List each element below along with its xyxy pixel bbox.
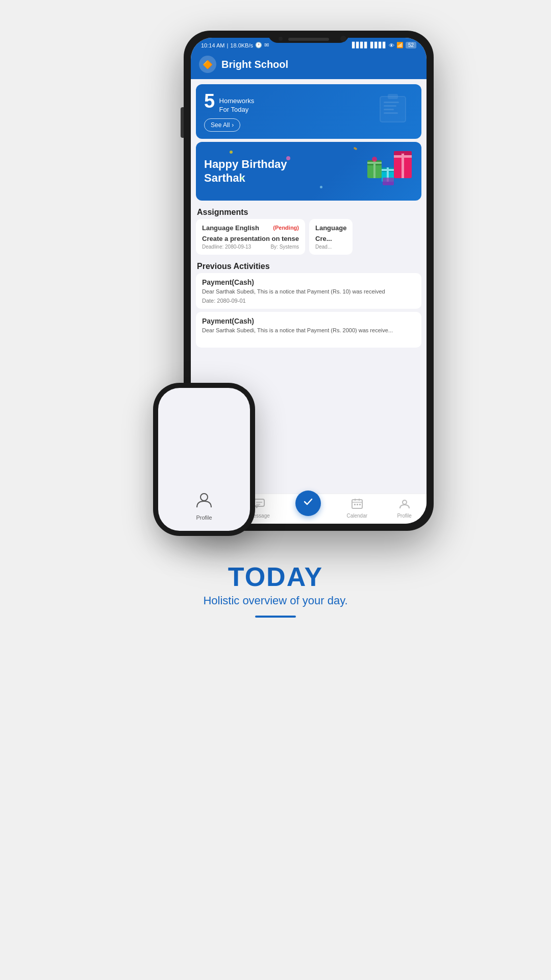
- activity-card-2[interactable]: Payment(Cash) Dear Sarthak Subedi, This …: [196, 312, 421, 348]
- homework-info: 5 Homeworks For Today See All ›: [204, 91, 254, 132]
- see-all-button[interactable]: See All ›: [204, 118, 240, 132]
- assignments-header: Assignments: [191, 204, 427, 219]
- activity-desc-2: Dear Sarthak Subedi, This is a notice th…: [202, 327, 415, 334]
- app-logo: 🔶: [199, 56, 216, 73]
- homework-count-row: 5 Homeworks For Today: [204, 91, 254, 114]
- birthday-text: Happy Birthday Sarthak: [204, 157, 287, 185]
- svg-rect-5: [388, 94, 398, 99]
- birthday-gifts-icon: [367, 151, 413, 191]
- svg-rect-14: [394, 155, 412, 158]
- clock-icon: 🕐: [255, 42, 262, 48]
- svg-rect-2: [384, 105, 396, 107]
- separator: |: [227, 42, 228, 48]
- see-all-label: See All: [211, 121, 230, 129]
- svg-rect-4: [384, 112, 398, 114]
- assignment-meta-2: Dead...: [315, 244, 346, 250]
- svg-rect-25: [254, 499, 264, 506]
- assignment-card-2[interactable]: Language Cre... Dead...: [309, 219, 353, 255]
- app-header: 🔶 Bright School: [191, 51, 427, 79]
- signal-icon: ▋▋▋▋: [352, 42, 368, 48]
- svg-point-35: [403, 500, 407, 504]
- activity-date-1: Date: 2080-09-01: [202, 298, 415, 304]
- svg-point-36: [201, 494, 208, 501]
- status-right: ▋▋▋▋ ▋▋▋▋ 👁 📶 52: [352, 42, 416, 48]
- eye-icon: 👁: [389, 42, 394, 48]
- svg-rect-34: [359, 504, 361, 505]
- activity-desc-1: Dear Sarthak Subedi, This is a notice th…: [202, 288, 415, 296]
- assignment-meta-1: Deadline: 2080-09-13 By: Systems: [202, 244, 299, 250]
- assignment-title-1: Create a presentation on tense: [202, 235, 299, 242]
- assignment-card-1[interactable]: Language English (Pending) Create a pres…: [196, 219, 305, 255]
- deadline-2: Dead...: [315, 244, 332, 250]
- activity-title-1: Payment(Cash): [202, 278, 415, 286]
- activities-header: Previous Activities: [191, 258, 427, 273]
- partial-profile-icon: [195, 490, 213, 512]
- logo-icon: 🔶: [203, 60, 213, 69]
- pending-badge-1: (Pending): [273, 225, 299, 231]
- svg-rect-33: [357, 504, 358, 505]
- chevron-right-icon: ›: [232, 121, 234, 129]
- signal-icon-2: ▋▋▋▋: [370, 42, 387, 48]
- svg-rect-19: [382, 169, 394, 171]
- deadline-1: Deadline: 2080-09-13: [202, 244, 251, 250]
- messenger-icon: ✉: [264, 42, 269, 48]
- tagline-heading: TODAY: [203, 561, 347, 592]
- activity-card-1[interactable]: Payment(Cash) Dear Sarthak Subedi, This …: [196, 273, 421, 309]
- svg-rect-9: [367, 162, 382, 164]
- checkmark-icon: [302, 496, 314, 511]
- battery-level: 52: [406, 42, 416, 48]
- birthday-banner: Happy Birthday Sarthak: [196, 142, 421, 201]
- wifi-icon: 📶: [396, 42, 404, 48]
- nav-fab-active[interactable]: [295, 491, 321, 516]
- homework-count: 5: [204, 91, 215, 111]
- assignment-title-2: Cre...: [315, 235, 346, 242]
- assignments-list: Language English (Pending) Create a pres…: [191, 219, 427, 258]
- svg-rect-32: [354, 504, 356, 505]
- secondary-phone-screen: Profile: [158, 388, 250, 531]
- network-speed: 18.0KB/s: [230, 42, 253, 48]
- assignment-subject-2: Language: [315, 224, 346, 232]
- svg-rect-13: [402, 151, 404, 178]
- homework-clipboard-icon: [378, 94, 413, 129]
- tagline-underline: [255, 616, 296, 618]
- profile-nav-icon: [399, 498, 410, 512]
- homework-card: 5 Homeworks For Today See All ›: [196, 84, 421, 139]
- birthday-line2: Sarthak: [204, 171, 287, 185]
- app-title: Bright School: [221, 59, 288, 70]
- svg-rect-20: [383, 178, 394, 185]
- by-1: By: Systems: [270, 244, 299, 250]
- partial-profile-label: Profile: [196, 514, 212, 521]
- tagline-section: TODAY Holistic overview of your day.: [193, 551, 358, 628]
- nav-calendar[interactable]: Calendar: [342, 498, 371, 519]
- svg-rect-3: [384, 109, 394, 110]
- svg-rect-1: [384, 102, 399, 103]
- time-display: 10:14 AM: [201, 42, 224, 48]
- calendar-icon: [352, 498, 363, 512]
- homework-label: Homeworks For Today: [219, 97, 255, 114]
- svg-point-10: [372, 157, 377, 162]
- message-icon: [254, 498, 265, 512]
- activity-title-2: Payment(Cash): [202, 317, 415, 325]
- profile-nav-label: Profile: [397, 513, 411, 519]
- tagline-subtext: Holistic overview of your day.: [203, 594, 347, 607]
- nav-profile[interactable]: Profile: [393, 498, 415, 519]
- status-left: 10:14 AM | 18.0KB/s 🕐 ✉: [201, 42, 269, 48]
- assignment-subject-1: Language English (Pending): [202, 224, 299, 232]
- calendar-label: Calendar: [346, 513, 367, 519]
- birthday-line1: Happy Birthday: [204, 157, 287, 172]
- secondary-phone: Profile: [153, 383, 255, 536]
